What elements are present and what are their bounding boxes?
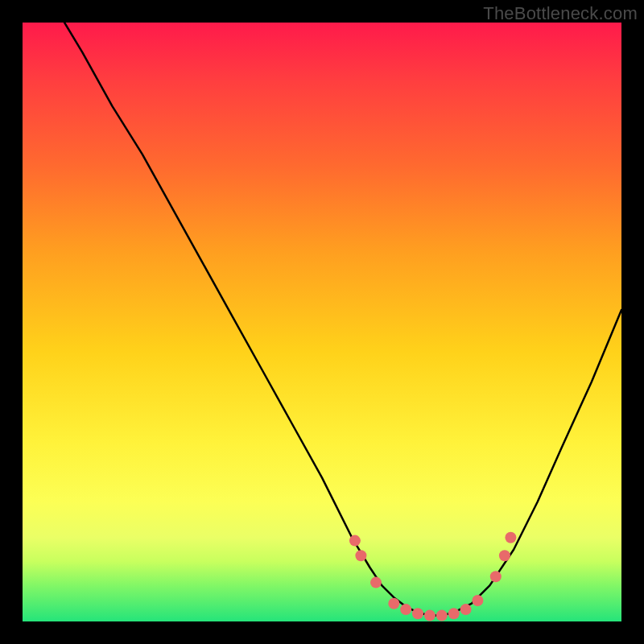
curve-marker-dot	[349, 535, 361, 547]
curve-marker-dot	[370, 577, 382, 588]
chart-area	[23, 23, 621, 621]
curve-marker-dot	[412, 608, 423, 619]
curve-marker-dot	[499, 550, 510, 561]
curve-marker-dot	[388, 598, 399, 609]
curve-marker-dot	[505, 532, 516, 543]
watermark-text: TheBottleneck.com	[483, 3, 638, 24]
app-frame: TheBottleneck.com	[0, 0, 644, 644]
curve-markers	[349, 532, 517, 621]
curve-marker-dot	[472, 595, 483, 606]
curve-marker-dot	[424, 610, 436, 621]
chart-svg	[23, 23, 621, 621]
curve-marker-dot	[436, 610, 448, 621]
curve-marker-dot	[460, 604, 472, 615]
curve-marker-dot	[355, 550, 366, 561]
bottleneck-curve	[64, 23, 621, 616]
curve-marker-dot	[400, 604, 411, 615]
curve-marker-dot	[490, 571, 502, 582]
curve-marker-dot	[448, 608, 460, 619]
